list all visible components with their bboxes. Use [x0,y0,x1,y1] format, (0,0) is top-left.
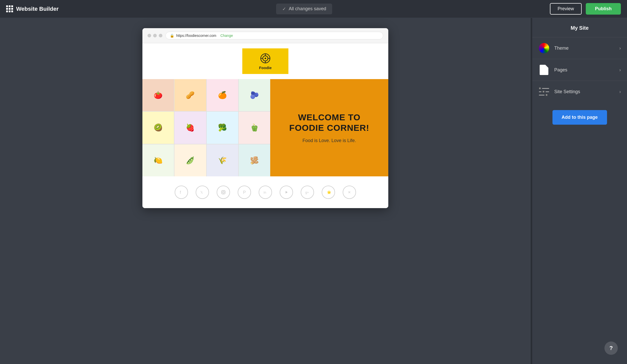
food-cell: 🫚 [239,144,270,176]
social-icon-instagram[interactable] [217,186,230,199]
food-cell: 🥦 [207,112,238,144]
svg-text:⭐: ⭐ [327,190,331,195]
svg-point-2 [265,58,266,59]
svg-text:P: P [243,190,246,195]
hero-section: 🍅 🥜 🍊 🫐 🥝 🍓 🥦 🫑 🍋 🫛 🌾 🫚 [142,79,388,176]
help-button[interactable]: ? [604,341,618,355]
food-cell: 🫛 [174,144,206,176]
theme-chevron-icon: › [619,46,621,51]
browser-dots [148,34,162,37]
theme-panel-item[interactable]: Theme › [532,37,627,59]
site-header: Foodie [142,43,388,79]
save-status-text: All changes saved [289,6,326,12]
pages-chevron-icon: › [619,67,621,73]
change-url-link[interactable]: Change [220,34,233,38]
app-title: Website Builder [16,6,59,12]
food-cell: 🥝 [142,112,174,144]
food-cell: 🍋 [142,144,174,176]
hero-text-area: WELCOME TOFOODIE CORNER! Food is Love. L… [270,79,388,176]
browser-dot-min [153,34,157,37]
social-icon-xing[interactable]: ✕ [343,186,356,199]
settings-label: Site Settings [554,89,619,94]
website-content: Foodie 🍅 🥜 🍊 🫐 🥝 🍓 🥦 [142,43,388,208]
hero-image: 🍅 🥜 🍊 🫐 🥝 🍓 🥦 🫑 🍋 🫛 🌾 🫚 [142,79,270,176]
app-logo: Website Builder [6,5,59,12]
url-text: https://foodiescorner.com [176,34,216,38]
settings-icon [539,87,549,96]
settings-icon-wrapper [538,86,550,97]
food-cell: 🫐 [239,79,270,111]
right-panel: My Site Theme › Pages › [532,18,627,364]
save-status-indicator: ✓ All changes saved [276,4,332,14]
publish-button[interactable]: Publish [586,3,621,15]
settings-panel-item[interactable]: Site Settings › [532,81,627,102]
svg-text:f: f [180,190,181,195]
browser-bar: 🔒 https://foodiescorner.com Change [142,28,388,43]
social-icon-yelp[interactable]: ⭐ [322,186,335,199]
check-icon: ✓ [282,6,286,12]
svg-rect-9 [222,190,225,194]
social-icon-facebook[interactable]: f [175,186,188,199]
topbar: Website Builder ✓ All changes saved Prev… [0,0,627,18]
pages-icon [540,65,548,75]
food-cell: 🍓 [174,112,206,144]
theme-icon [538,42,550,54]
food-cell: 🌾 [207,144,238,176]
theme-label: Theme [554,46,619,51]
food-grid: 🍅 🥜 🍊 🫐 🥝 🍓 🥦 🫑 🍋 🫛 🌾 🫚 [142,79,270,176]
hero-subtitle: Food is Love. Love is Life. [302,138,356,143]
social-icon-youtube[interactable] [280,186,293,199]
food-cell: 🥜 [174,79,206,111]
pages-label: Pages [554,67,619,73]
pages-icon-wrapper [538,64,550,76]
topbar-actions: Preview Publish [550,3,621,15]
site-logo-box: Foodie [242,48,288,74]
grid-icon [6,5,13,12]
food-cell: 🍅 [142,79,174,111]
logo-icon [260,53,271,64]
main-layout: 🔒 https://foodiescorner.com Change [0,18,627,364]
social-icon-googleplus[interactable]: g+ [301,186,314,199]
browser-mock: 🔒 https://foodiescorner.com Change [142,28,388,208]
panel-title: My Site [532,18,627,37]
site-logo-text: Foodie [259,66,271,70]
svg-text:𝕏: 𝕏 [200,190,203,194]
theme-color-circle [539,43,549,53]
hero-title: WELCOME TOFOODIE CORNER! [289,112,369,133]
browser-dot-max [159,34,162,37]
svg-marker-13 [286,191,288,194]
svg-point-10 [223,191,224,193]
preview-button[interactable]: Preview [550,3,582,15]
lock-icon: 🔒 [170,34,174,38]
social-icon-twitter[interactable]: 𝕏 [196,186,209,199]
canvas-area: 🔒 https://foodiescorner.com Change [0,18,531,364]
add-to-page-button[interactable]: Add to this page [552,110,607,125]
social-bar: f 𝕏 P in [142,176,388,208]
settings-chevron-icon: › [619,89,621,94]
social-icon-linkedin[interactable]: in [259,186,272,199]
svg-text:✕: ✕ [348,190,351,194]
svg-text:g+: g+ [305,191,309,194]
svg-text:in: in [264,190,266,194]
browser-url-bar[interactable]: 🔒 https://foodiescorner.com Change [165,32,383,39]
food-cell: 🫑 [239,112,270,144]
pages-panel-item[interactable]: Pages › [532,59,627,81]
social-icon-pinterest[interactable]: P [238,186,251,199]
food-cell: 🍊 [207,79,238,111]
topbar-center: ✓ All changes saved [59,4,550,14]
browser-dot-close [148,34,151,37]
